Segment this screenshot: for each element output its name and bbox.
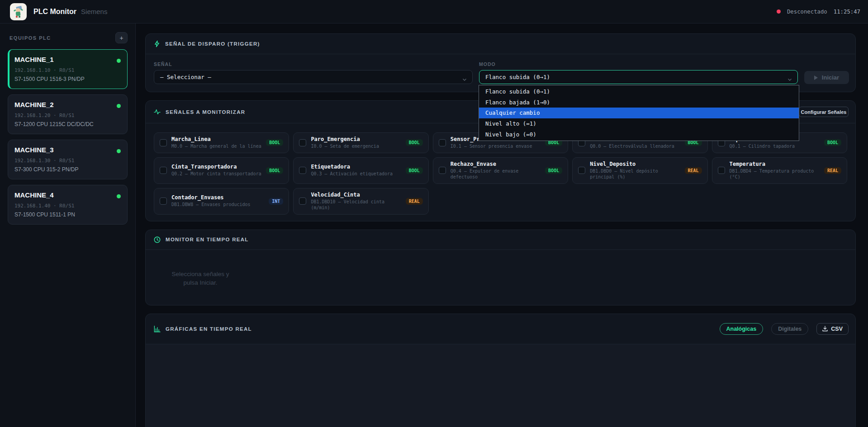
machine-name: MACHINE_2 xyxy=(14,101,121,108)
dropdown-option[interactable]: Nivel bajo (=0) xyxy=(479,129,799,140)
signal-checkbox[interactable] xyxy=(578,167,585,174)
machine-card-2[interactable]: MACHINE_2 192.168.1.20 · R0/S1 S7-1200 C… xyxy=(8,94,128,134)
machine-card-1[interactable]: MACHINE_1 192.168.1.10 · R0/S1 S7-1500 C… xyxy=(8,49,128,89)
activity-icon xyxy=(154,108,161,115)
signal-card[interactable]: Nivel_DepositoDB1.DBD0 — Nivel depósito … xyxy=(572,157,707,184)
signal-field-label: SEÑAL xyxy=(154,61,473,67)
signal-type-badge: BOOL xyxy=(406,167,423,174)
signal-checkbox[interactable] xyxy=(299,139,306,146)
signal-card[interactable]: Velocidad_CintaDB1.DBD10 — Velocidad cin… xyxy=(293,188,428,215)
signal-checkbox[interactable] xyxy=(160,167,167,174)
online-status-dot xyxy=(117,149,121,153)
signal-detail: DB1.DBW8 — Envases producidos xyxy=(171,202,251,208)
dropdown-option-highlighted[interactable]: Cualquier cambio xyxy=(479,108,799,118)
dropdown-option[interactable]: Nivel alto (=1) xyxy=(479,118,799,129)
csv-button-label: CSV xyxy=(831,326,843,332)
signal-checkbox[interactable] xyxy=(160,197,167,205)
signal-card[interactable]: Contador_EnvasesDB1.DBW8 — Envases produ… xyxy=(154,188,289,215)
signal-checkbox[interactable] xyxy=(718,167,725,174)
machine-name: MACHINE_3 xyxy=(14,146,121,154)
signal-detail: DB1.DBD0 — Nivel depósito principal (%) xyxy=(590,168,680,180)
trigger-mode-value: Flanco subida (0→1) xyxy=(485,74,550,80)
trigger-section-title: SEÑAL DE DISPARO (TRIGGER) xyxy=(165,41,260,47)
lightning-icon xyxy=(154,40,160,47)
signal-type-badge: INT xyxy=(269,198,283,205)
signal-checkbox[interactable] xyxy=(160,139,167,146)
signal-checkbox[interactable] xyxy=(299,197,306,205)
trigger-section: SEÑAL DE DISPARO (TRIGGER) SEÑAL — Selec… xyxy=(145,33,856,92)
connection-status-text: Desconectado xyxy=(787,9,827,15)
online-status-dot xyxy=(117,104,121,108)
signal-name: Nivel_Deposito xyxy=(590,161,680,168)
signal-card[interactable]: TemperaturaDB1.DBD4 — Temperatura produc… xyxy=(712,157,847,184)
app-logo xyxy=(10,3,27,20)
configure-signals-button[interactable]: Configurar Señales xyxy=(799,107,849,117)
signal-card[interactable]: Marcha_LineaM0.0 — Marcha general de la … xyxy=(154,132,289,153)
signal-detail: Q0.1 — Cilindro tapadora xyxy=(730,143,795,150)
signal-type-badge: BOOL xyxy=(266,167,283,174)
monitor-section: MONITOR EN TIEMPO REAL Selecciona señale… xyxy=(145,230,856,305)
clock-icon xyxy=(154,236,161,243)
charts-section: GRÁFICAS EN TIEMPO REAL Analógicas Digit… xyxy=(145,314,856,427)
dropdown-option[interactable]: Flanco subida (0→1) xyxy=(479,86,799,97)
charts-canvas xyxy=(146,344,855,427)
signal-name: Paro_Emergencia xyxy=(311,136,379,143)
signal-card[interactable]: EtiquetadoraQ0.3 — Activación etiquetado… xyxy=(293,157,428,184)
clock-text: 11:25:47 xyxy=(834,9,860,15)
signal-name: Marcha_Linea xyxy=(171,136,261,143)
machine-card-4[interactable]: MACHINE_4 192.168.1.40 · R0/S1 S7-1500 C… xyxy=(8,185,128,225)
trigger-signal-value: — Seleccionar — xyxy=(160,74,211,80)
app-title: PLC Monitor xyxy=(33,8,76,16)
signal-detail: Q0.2 — Motor cinta transportadora xyxy=(171,171,261,177)
chevron-down-icon xyxy=(787,76,792,83)
signal-name: Velocidad_Cinta xyxy=(311,192,401,198)
signal-checkbox[interactable] xyxy=(439,139,446,146)
chevron-down-icon xyxy=(462,76,467,83)
machine-card-3[interactable]: MACHINE_3 192.168.1.30 · R0/S1 S7-300 CP… xyxy=(8,140,128,179)
signal-type-badge: BOOL xyxy=(266,139,283,146)
machine-cpu: S7-300 CPU 315-2 PN/DP xyxy=(14,166,121,173)
signal-detail: I0.0 — Seta de emergencia xyxy=(311,143,379,150)
machine-ip: 192.168.1.40 · R0/S1 xyxy=(14,203,121,209)
machine-cpu: S7-1500 CPU 1516-3 PN/DP xyxy=(14,76,121,82)
app-subtitle: Siemens xyxy=(81,8,107,15)
signal-detail: M0.0 — Marcha general de la línea xyxy=(171,143,261,150)
signal-type-badge: BOOL xyxy=(406,139,423,146)
add-plc-button[interactable]: + xyxy=(115,32,128,43)
signal-detail: I0.1 — Sensor presencia envase xyxy=(451,143,532,150)
signal-type-badge: REAL xyxy=(824,167,841,174)
csv-export-button[interactable]: CSV xyxy=(816,323,849,335)
online-status-dot xyxy=(117,59,121,63)
signal-detail: Q0.3 — Activación etiquetadora xyxy=(311,171,393,177)
top-bar: PLC Monitor Siemens Desconectado 11:25:4… xyxy=(0,0,868,23)
signal-card[interactable]: Cinta_TransportadoraQ0.2 — Motor cinta t… xyxy=(154,157,289,184)
digital-tab-button[interactable]: Digitales xyxy=(771,323,808,335)
signal-detail: DB1.DBD4 — Temperatura producto (°C) xyxy=(730,168,820,180)
signal-type-badge: BOOL xyxy=(824,139,841,146)
monitor-section-title: MONITOR EN TIEMPO REAL xyxy=(166,237,249,242)
dropdown-option[interactable]: Flanco bajada (1→0) xyxy=(479,97,799,108)
mode-field-label: MODO xyxy=(479,61,798,67)
trigger-signal-select[interactable]: — Seleccionar — xyxy=(154,70,473,84)
sidebar: EQUIPOS PLC + MACHINE_1 192.168.1.10 · R… xyxy=(0,23,136,427)
signal-checkbox[interactable] xyxy=(439,167,446,174)
signal-card[interactable]: Rechazo_EnvaseQ0.4 — Expulsor de envase … xyxy=(433,157,568,184)
signal-name: Contador_Envases xyxy=(171,194,251,201)
machine-name: MACHINE_1 xyxy=(14,56,121,63)
signal-card[interactable]: Paro_EmergenciaI0.0 — Seta de emergencia… xyxy=(293,132,428,153)
machine-name: MACHINE_4 xyxy=(14,191,121,199)
sidebar-title: EQUIPOS PLC xyxy=(9,35,51,41)
download-icon xyxy=(822,326,828,332)
signal-detail: Q0.4 — Expulsor de envase defectuoso xyxy=(451,168,541,180)
online-status-dot xyxy=(117,194,121,198)
signal-detail: DB1.DBD10 — Velocidad cinta (m/min) xyxy=(311,199,401,211)
trigger-mode-select[interactable]: Flanco subida (0→1) xyxy=(479,70,798,84)
machine-ip: 192.168.1.10 · R0/S1 xyxy=(14,67,121,73)
signal-checkbox[interactable] xyxy=(299,167,306,174)
analog-tab-button[interactable]: Analógicas xyxy=(720,323,764,335)
connection-status-dot xyxy=(777,9,781,14)
start-button[interactable]: Iniciar xyxy=(804,71,849,84)
signal-name: Cinta_Transportadora xyxy=(171,164,261,170)
signal-name: Etiquetadora xyxy=(311,164,393,170)
start-button-label: Iniciar xyxy=(822,74,839,81)
